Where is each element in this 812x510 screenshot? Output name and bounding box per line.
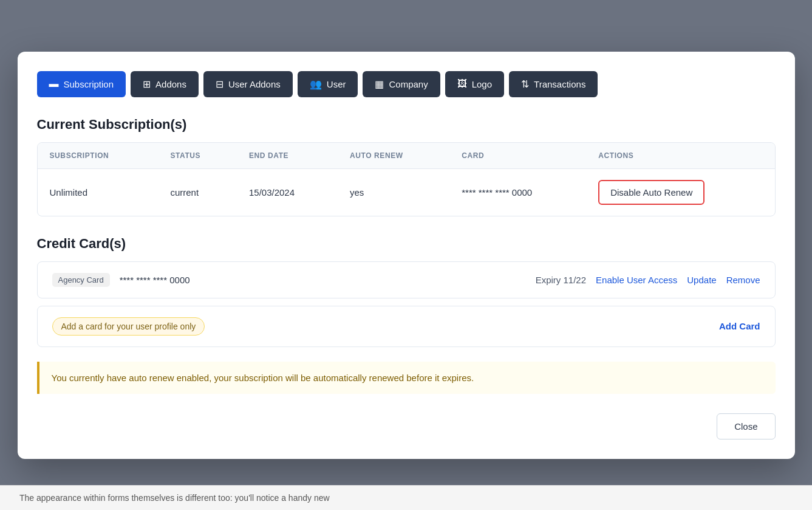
logo-icon: 🖼 [457, 78, 467, 89]
tab-user-addons[interactable]: ⊟ User Addons [203, 71, 293, 97]
table-row: Unlimited current 15/03/2024 yes **** **… [38, 168, 775, 216]
remove-card-button[interactable]: Remove [726, 275, 760, 285]
user-addons-icon: ⊟ [216, 78, 223, 90]
tab-company[interactable]: ▦ Company [363, 71, 440, 97]
tab-addons[interactable]: ⊞ Addons [131, 71, 199, 97]
notice-text: You currently have auto renew enabled, y… [52, 373, 763, 383]
bottom-hint: The appearance within forms themselves i… [0, 485, 812, 510]
user-profile-card-row: Add a card for your user profile only Ad… [37, 306, 776, 347]
cell-end-date: 15/03/2024 [237, 168, 338, 216]
subscription-section-heading: Current Subscription(s) [37, 117, 776, 133]
col-auto-renew: AUTO RENEW [338, 143, 449, 169]
user-profile-card-label: Add a card for your user profile only [52, 317, 205, 336]
cell-card: **** **** **** 0000 [449, 168, 586, 216]
col-actions: ACTIONS [586, 143, 774, 169]
update-card-button[interactable]: Update [687, 275, 716, 285]
cell-auto-renew: yes [338, 168, 449, 216]
table-header-row: SUBSCRIPTION STATUS END DATE AUTO RENEW … [38, 143, 775, 169]
modal-footer: Close [37, 408, 776, 439]
tab-transactions[interactable]: ⇅ Transactions [509, 71, 598, 97]
col-card: CARD [449, 143, 586, 169]
user-icon: 👥 [310, 78, 322, 90]
col-status: STATUS [158, 143, 237, 169]
modal-overlay: ▬ Subscription ⊞ Addons ⊟ User Addons 👥 … [0, 0, 812, 510]
tab-subscription[interactable]: ▬ Subscription [37, 71, 126, 97]
add-card-button[interactable]: Add Card [719, 321, 760, 331]
disable-auto-renew-button[interactable]: Disable Auto Renew [598, 180, 705, 205]
company-icon: ▦ [375, 78, 384, 90]
cell-status: current [158, 168, 237, 216]
tab-logo[interactable]: 🖼 Logo [445, 71, 504, 97]
card-number: **** **** **** 0000 [120, 275, 526, 285]
enable-user-access-button[interactable]: Enable User Access [596, 275, 677, 285]
tab-user[interactable]: 👥 User [298, 71, 358, 97]
close-button[interactable]: Close [717, 413, 775, 439]
cell-subscription: Unlimited [38, 168, 159, 216]
auto-renew-notice: You currently have auto renew enabled, y… [37, 362, 776, 394]
modal-dialog: ▬ Subscription ⊞ Addons ⊟ User Addons 👥 … [18, 52, 795, 459]
card-actions: Enable User Access Update Remove [596, 275, 760, 285]
agency-card-badge: Agency Card [52, 273, 110, 287]
credit-cards-section-heading: Credit Card(s) [37, 236, 776, 252]
tab-bar: ▬ Subscription ⊞ Addons ⊟ User Addons 👥 … [37, 71, 776, 97]
transactions-icon: ⇅ [521, 78, 529, 90]
addons-icon: ⊞ [143, 78, 151, 90]
col-subscription: SUBSCRIPTION [38, 143, 159, 169]
card-expiry: Expiry 11/22 [536, 275, 586, 285]
col-end-date: END DATE [237, 143, 338, 169]
agency-card-row: Agency Card **** **** **** 0000 Expiry 1… [37, 261, 776, 298]
subscription-table-container: SUBSCRIPTION STATUS END DATE AUTO RENEW … [37, 142, 776, 216]
subscription-icon: ▬ [49, 78, 59, 89]
subscription-table: SUBSCRIPTION STATUS END DATE AUTO RENEW … [38, 143, 775, 216]
cell-actions: Disable Auto Renew [586, 168, 774, 216]
